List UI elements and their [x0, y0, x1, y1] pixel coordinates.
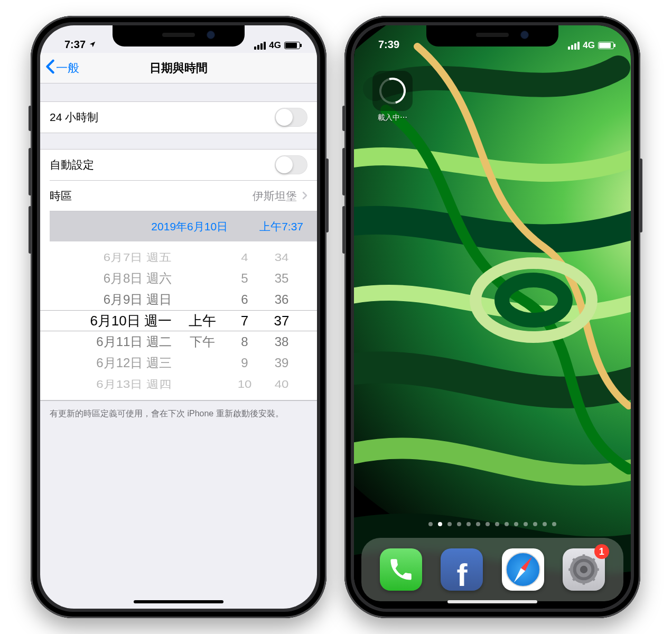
page-dot[interactable]: [476, 522, 480, 526]
battery-icon: [598, 42, 614, 49]
picker-hour: 8: [229, 334, 260, 349]
picker-minute: 39: [266, 356, 297, 370]
status-bar: 7:39 4G: [354, 25, 631, 53]
datetime-picker[interactable]: 6月7日 週五4346月8日 週六5356月9日 週日6366月10日 週一上午…: [40, 241, 317, 400]
page-dot[interactable]: [428, 522, 433, 526]
picker-date: 6月13日 週四: [60, 377, 176, 391]
timezone-value: 伊斯坦堡: [253, 189, 297, 203]
picker-date: 6月8日 週六: [60, 270, 176, 287]
picker-row[interactable]: 6月9日 週日636: [40, 289, 317, 310]
page-dot[interactable]: [524, 522, 528, 526]
location-icon: [89, 39, 96, 51]
svg-rect-11: [594, 568, 599, 571]
toggle-24h[interactable]: [275, 108, 307, 127]
page-dot[interactable]: [466, 522, 471, 526]
page-dot[interactable]: [543, 522, 547, 526]
cell-24h[interactable]: 24 小時制: [40, 102, 317, 133]
page-dot[interactable]: [457, 522, 461, 526]
picker-row[interactable]: 6月11日 週二下午838: [40, 331, 317, 352]
picker-row[interactable]: 6月13日 週四1040: [40, 375, 317, 393]
compass-icon: [506, 552, 540, 587]
date-value: 2019年6月10日: [151, 219, 228, 234]
dock-app-phone[interactable]: [380, 548, 422, 591]
time-value: 上午7:37: [259, 219, 303, 234]
network-label: 4G: [583, 40, 595, 51]
svg-rect-10: [568, 568, 573, 571]
page-title: 日期與時間: [150, 60, 208, 76]
chevron-right-icon: [302, 190, 307, 202]
navigation-bar: 一般 日期與時間: [40, 53, 317, 83]
picker-row[interactable]: 6月8日 週六535: [40, 268, 317, 289]
page-dot[interactable]: [495, 522, 499, 526]
page-dot[interactable]: [438, 522, 442, 526]
svg-rect-9: [582, 580, 585, 584]
status-time: 7:39: [378, 39, 399, 51]
home-indicator[interactable]: [134, 600, 223, 603]
page-indicator[interactable]: [354, 522, 631, 526]
picker-minute: 35: [266, 271, 297, 286]
picker-date: 6月10日 週一: [60, 312, 176, 330]
volume-up-button: [342, 148, 346, 195]
app-loading[interactable]: 載入中⋯: [372, 71, 413, 123]
side-button: [325, 158, 329, 232]
page-dot[interactable]: [552, 522, 556, 526]
phone-frame-right: 7:39 4G 載入中⋯ f: [344, 16, 640, 618]
picker-hour: 9: [229, 356, 260, 370]
picker-minute: 38: [266, 334, 297, 349]
picker-ampm: 上午: [181, 312, 223, 330]
back-button[interactable]: 一般: [45, 53, 79, 83]
status-bar: 7:37 4G: [40, 25, 317, 53]
status-time: 7:37: [64, 39, 86, 51]
app-label: 載入中⋯: [372, 113, 413, 123]
cell-auto-set[interactable]: 自動設定: [40, 150, 317, 180]
cellular-signal-icon: [254, 42, 266, 50]
page-dot[interactable]: [486, 522, 490, 526]
picker-minute: 37: [266, 313, 297, 329]
back-label: 一般: [56, 60, 79, 76]
dock-app-facebook[interactable]: f: [441, 548, 483, 591]
cell-datetime[interactable]: 2019年6月10日 上午7:37: [50, 211, 317, 241]
picker-hour: 5: [229, 271, 260, 286]
cell-label: 24 小時制: [50, 110, 98, 125]
volume-down-button: [342, 206, 346, 254]
picker-date: 6月7日 週五: [60, 250, 176, 264]
picker-hour: 4: [229, 251, 260, 264]
volume-up-button: [29, 148, 32, 195]
dock-app-safari[interactable]: [502, 548, 544, 591]
home-indicator[interactable]: [447, 600, 537, 603]
phone-frame-left: 7:37 4G: [31, 16, 326, 618]
loading-spinner-icon: [372, 71, 413, 111]
dock-app-settings[interactable]: 1: [563, 548, 605, 591]
chevron-left-icon: [45, 59, 56, 77]
picker-row[interactable]: 6月10日 週一上午737: [40, 310, 317, 331]
picker-date: 6月11日 週二: [60, 333, 176, 350]
picker-minute: 40: [266, 378, 297, 390]
svg-rect-8: [582, 554, 585, 558]
cell-label: 自動設定: [50, 157, 94, 172]
svg-point-7: [580, 566, 587, 573]
cell-label: 時區: [50, 189, 72, 203]
cellular-signal-icon: [568, 42, 580, 50]
network-label: 4G: [269, 40, 281, 51]
picker-row[interactable]: 6月7日 週五434: [40, 248, 317, 266]
picker-date: 6月12日 週三: [60, 355, 176, 371]
battery-icon: [284, 42, 300, 49]
dock: f: [361, 538, 623, 601]
notification-badge: 1: [594, 544, 609, 559]
side-button: [639, 158, 642, 232]
picker-date: 6月9日 週日: [60, 291, 176, 308]
picker-ampm: 下午: [181, 333, 223, 350]
cell-timezone[interactable]: 時區 伊斯坦堡: [50, 180, 317, 211]
mute-switch: [29, 106, 32, 131]
toggle-auto-set[interactable]: [275, 155, 307, 174]
picker-minute: 34: [266, 251, 297, 264]
page-dot[interactable]: [447, 522, 452, 526]
volume-down-button: [29, 206, 32, 254]
page-dot[interactable]: [514, 522, 518, 526]
picker-row[interactable]: 6月12日 週三939: [40, 352, 317, 374]
picker-hour: 7: [229, 313, 260, 329]
page-dot[interactable]: [505, 522, 509, 526]
page-dot[interactable]: [533, 522, 537, 526]
picker-minute: 36: [266, 292, 297, 307]
mute-switch: [342, 106, 346, 131]
